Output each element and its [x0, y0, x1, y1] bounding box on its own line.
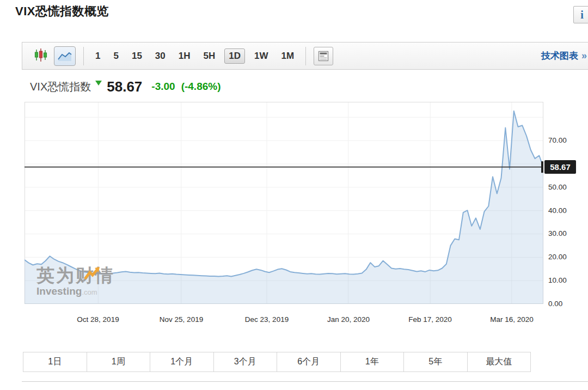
instrument-name: VIX恐慌指数 [30, 80, 91, 94]
interval-1h[interactable]: 1H [175, 49, 194, 63]
quote-panel-icon [317, 50, 329, 62]
interval-1[interactable]: 1 [91, 49, 104, 63]
y-axis-label: 40.00 [548, 206, 567, 216]
technical-chart-link-label: 技术图表 [541, 50, 578, 62]
quote-header: VIX恐慌指数 58.67 -3.00 (-4.86%) [30, 77, 221, 96]
range-button-1year[interactable]: 1年 [341, 352, 405, 371]
range-selector: 1日1周1个月3个月6个月1年5年最大值 [23, 352, 531, 372]
chart-toolbar: 1515301H5H1D1W1M 技术图表 » [22, 42, 588, 70]
y-axis-label: 20.00 [548, 252, 567, 262]
range-button-1week[interactable]: 1周 [87, 352, 151, 371]
x-axis-label: Oct 28, 2019 [77, 315, 119, 324]
watermark-domain-text: .com [82, 288, 97, 296]
interval-1w[interactable]: 1W [250, 49, 272, 63]
y-axis-label: 70.00 [548, 136, 567, 145]
range-button-5year[interactable]: 5年 [404, 352, 468, 371]
range-button-1day[interactable]: 1日 [23, 352, 87, 371]
x-axis-label: Nov 25, 2019 [160, 315, 203, 324]
technical-chart-link[interactable]: 技术图表 » [541, 50, 587, 62]
toolbar-separator [305, 47, 306, 65]
line-chart-icon [57, 50, 72, 62]
info-button[interactable]: i [573, 6, 588, 23]
y-axis-label: 30.00 [548, 229, 567, 239]
candlestick-chart-button[interactable] [34, 48, 48, 64]
last-price: 58.67 [107, 78, 142, 95]
line-chart-button[interactable] [54, 46, 76, 66]
interval-5[interactable]: 5 [109, 49, 122, 63]
bottom-divider [22, 381, 588, 382]
watermark-cn-text: 英为财情 [36, 266, 115, 285]
interval-1d[interactable]: 1D [224, 48, 245, 64]
current-price-badge: 58.67 [544, 160, 576, 174]
watermark-en-text: Investing [36, 285, 82, 297]
interval-1m[interactable]: 1M [277, 49, 298, 63]
down-arrow-icon [95, 81, 102, 86]
interval-group: 1515301H5H1D1W1M [91, 48, 298, 64]
quote-panel-button[interactable] [314, 47, 333, 65]
price-change-percent: (-4.86%) [181, 81, 221, 93]
candlestick-icon [34, 48, 48, 62]
range-button-3month[interactable]: 3个月 [214, 352, 278, 371]
watermark: 英为财情 Investing.com [36, 266, 115, 297]
info-icon: i [580, 9, 584, 21]
x-axis-label: Mar 16, 2020 [490, 315, 534, 324]
x-axis-label: Dec 23, 2019 [245, 315, 289, 324]
y-axis-label: 0.00 [548, 299, 562, 309]
watermark-bolt-icon [84, 267, 100, 281]
interval-15[interactable]: 15 [128, 49, 146, 63]
range-button-6month[interactable]: 6个月 [277, 352, 341, 371]
current-price-tick [541, 161, 543, 173]
interval-5h[interactable]: 5H [200, 49, 219, 63]
y-axis-label: 50.00 [548, 182, 567, 192]
toolbar-separator [83, 47, 84, 65]
range-button-1month[interactable]: 1个月 [150, 352, 214, 371]
interval-30[interactable]: 30 [151, 49, 169, 63]
double-chevron-right-icon: » [581, 50, 587, 62]
page-title: VIX恐慌指数概览 [15, 3, 109, 20]
range-button-max[interactable]: 最大值 [468, 352, 531, 371]
x-axis-label: Feb 17, 2020 [408, 315, 452, 324]
x-axis-label: Jan 20, 2020 [327, 315, 370, 324]
y-axis-label: 10.00 [548, 276, 567, 285]
price-change: -3.00 [151, 81, 175, 93]
